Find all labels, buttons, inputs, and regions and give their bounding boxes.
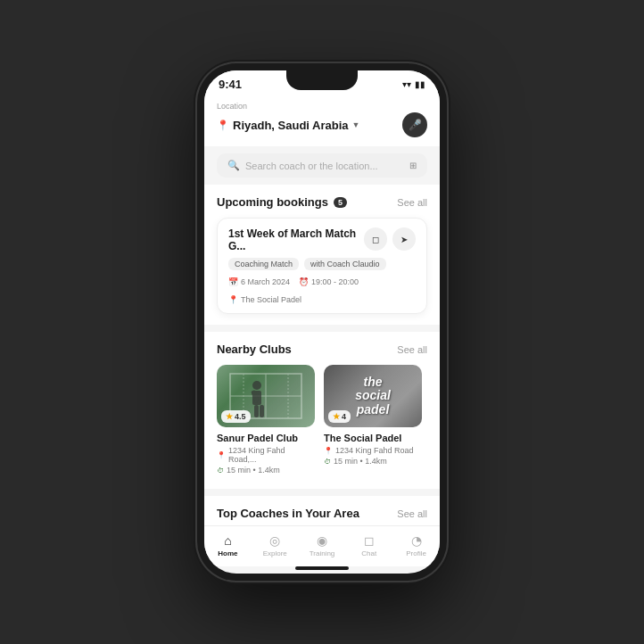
svg-rect-8 [254,405,259,417]
coaches-see-all[interactable]: See all [397,508,427,519]
booking-date: 📅 6 March 2024 [228,277,290,286]
location-name[interactable]: 📍 Riyadh, Saudi Arabia ▼ [217,119,359,132]
star-icon: ★ [226,412,233,421]
club-rating-social: ★ 4 [328,410,351,423]
club-address-social: 📍 1234 King Fahd Road [324,446,422,455]
filter-icon[interactable]: ⊞ [409,161,417,170]
search-input[interactable]: Search coach or the location... [245,161,404,171]
venue-pin-icon: 📍 [228,295,238,304]
nav-item-explore[interactable]: ◎ Explore [252,533,299,557]
address-pin-icon-2: 📍 [324,447,333,455]
battery-icon: ▮▮ [415,79,425,89]
screen-content[interactable]: Location 📍 Riyadh, Saudi Arabia ▼ 🎤 🔍 Se… [204,95,440,525]
top-coaches-header: Top Coaches in Your Area See all [217,507,427,520]
clock-small-icon: ⏱ [217,466,224,475]
explore-nav-icon: ◎ [269,533,280,548]
club-distance-sanur: ⏱ 15 min • 1.4km [217,466,315,475]
header: Location 📍 Riyadh, Saudi Arabia ▼ 🎤 [204,95,440,146]
upcoming-bookings-section: Upcoming bookings 5 See all 1st Week of … [204,185,440,325]
home-indicator [295,566,349,570]
location-label: Location [217,102,427,111]
location-row: 📍 Riyadh, Saudi Arabia ▼ 🎤 [217,112,427,137]
nav-item-chat[interactable]: ◻ Chat [345,533,392,557]
mic-button[interactable]: 🎤 [402,112,427,137]
booking-time: ⏰ 19:00 - 20:00 [299,277,359,286]
search-bar[interactable]: 🔍 Search coach or the location... ⊞ [217,153,427,178]
status-icons: ▾▾ ▮▮ [402,79,425,89]
upcoming-bookings-title: Upcoming bookings 5 [217,195,347,209]
notch [286,70,358,90]
booking-navigate-button[interactable]: ➤ [392,227,416,251]
phone-wrapper: 9:41 ▾▾ ▮▮ Location 📍 Riyadh, Saudi Arab… [197,63,447,581]
training-nav-label: Training [310,549,335,557]
search-icon: 🔍 [227,160,240,171]
top-coaches-title: Top Coaches in Your Area [217,507,359,520]
address-pin-icon: 📍 [217,451,226,459]
chat-nav-icon: ◻ [364,533,375,548]
status-time: 9:41 [219,78,242,91]
booking-card-header: 1st Week of March Match G... ◻ ➤ [228,227,416,252]
star-icon-2: ★ [333,412,340,421]
booking-title: 1st Week of March Match G... [228,227,364,252]
upcoming-bookings-header: Upcoming bookings 5 See all [217,195,427,209]
training-nav-icon: ◉ [317,533,327,548]
explore-nav-label: Explore [263,549,287,557]
club-image-sanur: ★ 4.5 [217,365,315,427]
clock-small-icon-2: ⏱ [324,458,331,466]
upcoming-see-all[interactable]: See all [397,197,427,208]
booking-tags: Coaching Match with Coach Claudio [228,258,416,270]
club-distance-social: ⏱ 15 min • 1.4km [324,457,422,466]
club-image-social: thesocialpadel ★ 4 [324,365,422,427]
clubs-scroll[interactable]: ★ 4.5 Sanur Padel Club 📍 1234 King Fahd … [217,365,427,478]
nav-item-training[interactable]: ◉ Training [299,533,346,557]
nav-item-profile[interactable]: ◔ Profile [392,533,440,557]
top-coaches-section: Top Coaches in Your Area See all [204,496,440,525]
svg-rect-9 [260,405,264,417]
chevron-down-icon: ▼ [352,120,360,129]
club-address-sanur: 📍 1234 King Fahd Road,... [217,446,315,464]
phone-screen: 9:41 ▾▾ ▮▮ Location 📍 Riyadh, Saudi Arab… [204,70,440,574]
nearby-see-all[interactable]: See all [397,344,427,355]
booking-tag-coach: with Coach Claudio [304,258,386,270]
booking-venue: 📍 The Social Padel [228,295,301,304]
wifi-icon: ▾▾ [402,79,411,89]
booking-tag-type: Coaching Match [228,258,299,270]
club-card-social[interactable]: thesocialpadel ★ 4 The Social Padel [324,365,422,475]
profile-nav-label: Profile [406,549,426,557]
nearby-clubs-title: Nearby Clubs [217,343,292,356]
home-nav-label: Home [218,549,237,557]
svg-point-5 [252,381,261,390]
bookings-badge: 5 [334,197,347,208]
booking-icons: ◻ ➤ [364,227,416,251]
nearby-clubs-header: Nearby Clubs See all [217,343,427,356]
phone-frame: 9:41 ▾▾ ▮▮ Location 📍 Riyadh, Saudi Arab… [197,63,447,581]
club-name-social: The Social Padel [324,433,422,443]
chat-nav-label: Chat [361,549,376,557]
booking-share-button[interactable]: ◻ [364,227,387,251]
club-rating-sanur: ★ 4.5 [221,410,251,423]
club-name-sanur: Sanur Padel Club [217,433,315,443]
clock-icon: ⏰ [299,277,309,286]
social-padel-overlay: thesocialpadel [355,376,391,417]
booking-meta: 📅 6 March 2024 ⏰ 19:00 - 20:00 📍 The Soc… [228,277,416,304]
nearby-clubs-section: Nearby Clubs See all [204,332,440,489]
nav-item-home[interactable]: ⌂ Home [204,533,252,557]
calendar-icon: 📅 [228,277,238,286]
location-pin-icon: 📍 [217,120,229,131]
booking-card[interactable]: 1st Week of March Match G... ◻ ➤ Coachin… [217,218,427,314]
profile-nav-icon: ◔ [411,533,422,548]
club-card-sanur[interactable]: ★ 4.5 Sanur Padel Club 📍 1234 King Fahd … [217,365,315,475]
home-nav-icon: ⌂ [224,533,231,548]
bottom-nav: ⌂ Home ◎ Explore ◉ Training ◻ Chat ◔ P [204,525,440,566]
